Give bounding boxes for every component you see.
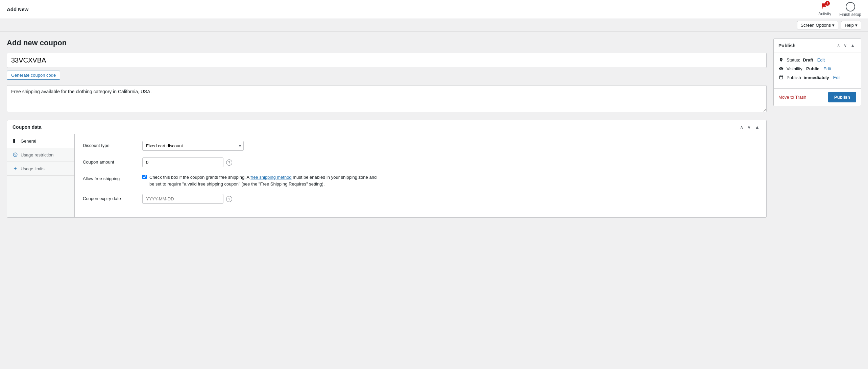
publish-timing-row: Publish immediately Edit (778, 75, 856, 80)
publish-box: Publish ∧ ∨ ▲ Status: Draft (773, 39, 861, 106)
coupon-data-header-controls: ∧ ∨ ▲ (739, 124, 761, 130)
discount-type-label: Discount type (83, 141, 137, 148)
tab-usage-limits-label: Usage limits (21, 166, 45, 171)
finish-setup-circle-icon (846, 2, 855, 11)
allow-free-shipping-text: Check this box if the coupon grants free… (149, 174, 379, 187)
coupon-expiry-help-icon[interactable]: ? (226, 196, 232, 202)
discount-type-select-wrapper: Percentage discount Fixed cart discount … (142, 141, 244, 151)
allow-free-shipping-row: Allow free shipping Check this box if th… (83, 174, 758, 187)
finish-setup-label: Finish setup (839, 12, 861, 17)
top-bar-right: 1 Activity Finish setup (818, 2, 861, 17)
publish-timing-label: Publish (787, 75, 801, 80)
publish-timing-edit-link[interactable]: Edit (833, 75, 841, 80)
publish-button[interactable]: Publish (828, 92, 856, 102)
svg-line-3 (14, 153, 17, 156)
content-area: Add new coupon Generate coupon code Free… (7, 39, 767, 218)
usage-limits-icon (13, 166, 18, 171)
publish-pin-btn[interactable]: ▲ (849, 42, 856, 49)
coupon-expiry-row: Coupon expiry date ? (83, 194, 758, 204)
status-pin-icon (778, 57, 784, 63)
activity-badge: 1 (825, 1, 830, 6)
coupon-amount-row: Coupon amount ? (83, 157, 758, 167)
status-edit-link[interactable]: Edit (817, 57, 825, 63)
generate-coupon-button[interactable]: Generate coupon code (7, 71, 60, 80)
publish-expand-btn[interactable]: ∨ (842, 42, 848, 49)
publish-timing-value: immediately (804, 75, 829, 80)
finish-setup-button[interactable]: Finish setup (839, 2, 861, 17)
coupon-expiry-control: ? (142, 194, 758, 204)
coupon-data-panel: Discount type Percentage discount Fixed … (75, 134, 766, 217)
discount-type-select[interactable]: Percentage discount Fixed cart discount … (142, 141, 244, 151)
coupon-expiry-input[interactable] (142, 194, 223, 204)
activity-label: Activity (818, 11, 831, 16)
visibility-eye-icon (778, 66, 784, 71)
free-shipping-method-link[interactable]: free shipping method (250, 175, 291, 180)
allow-free-shipping-label: Allow free shipping (83, 174, 137, 181)
coupon-code-input[interactable] (7, 53, 767, 68)
svg-rect-1 (13, 139, 15, 143)
generate-coupon-label: Generate coupon code (11, 73, 56, 78)
main-content: Add new coupon Generate coupon code Free… (0, 32, 868, 224)
allow-free-shipping-control: Check this box if the coupon grants free… (142, 174, 758, 187)
free-shipping-text-before: Check this box if the coupon grants free… (149, 175, 250, 180)
tag-icon (13, 138, 18, 144)
coupon-description-textarea[interactable]: Free shipping available for the clothing… (7, 85, 767, 112)
publish-title: Publish (778, 43, 796, 48)
add-new-title: Add New (7, 6, 28, 12)
coupon-amount-control: ? (142, 157, 758, 167)
page-title: Add new coupon (7, 39, 767, 47)
visibility-edit-link[interactable]: Edit (823, 66, 831, 71)
publish-visibility-row: Visibility: Public Edit (778, 66, 856, 71)
coupon-data-title: Coupon data (13, 124, 42, 130)
tab-usage-restriction-label: Usage restriction (21, 152, 54, 157)
coupon-expiry-label: Coupon expiry date (83, 194, 137, 201)
tab-general-label: General (21, 139, 36, 144)
allow-free-shipping-checkbox[interactable] (142, 175, 147, 179)
coupon-amount-label: Coupon amount (83, 157, 137, 165)
coupon-data-collapse-btn[interactable]: ∧ (739, 124, 745, 130)
coupon-data-pin-btn[interactable]: ▲ (753, 124, 761, 130)
calendar-icon (778, 75, 784, 80)
coupon-data-body: General Usage restriction (7, 134, 766, 217)
activity-icon-wrapper: 1 (821, 2, 828, 11)
tab-general[interactable]: General (7, 134, 74, 148)
allow-free-shipping-checkbox-row: Check this box if the coupon grants free… (142, 174, 379, 187)
publish-status-row: Status: Draft Edit (778, 57, 856, 63)
tab-usage-limits[interactable]: Usage limits (7, 162, 74, 176)
publish-collapse-btn[interactable]: ∧ (836, 42, 842, 49)
status-value: Draft (803, 57, 813, 63)
help-arrow: ▾ (855, 23, 858, 28)
discount-type-control: Percentage discount Fixed cart discount … (142, 141, 758, 151)
publish-header: Publish ∧ ∨ ▲ (774, 39, 861, 52)
help-button[interactable]: Help ▾ (841, 21, 861, 29)
help-label: Help (845, 23, 854, 28)
coupon-data-tabs: General Usage restriction (7, 134, 75, 217)
coupon-data-expand-btn[interactable]: ∨ (746, 124, 752, 130)
publish-header-controls: ∧ ∨ ▲ (836, 42, 856, 49)
visibility-label: Visibility: (787, 66, 803, 71)
coupon-amount-help-icon[interactable]: ? (226, 159, 232, 166)
tab-usage-restriction[interactable]: Usage restriction (7, 148, 74, 162)
activity-button[interactable]: 1 Activity (818, 2, 831, 16)
screen-options-button[interactable]: Screen Options ▾ (797, 21, 839, 29)
usage-restriction-icon (13, 152, 18, 157)
discount-type-row: Discount type Percentage discount Fixed … (83, 141, 758, 151)
coupon-amount-input[interactable] (142, 157, 223, 167)
visibility-value: Public (806, 66, 819, 71)
move-to-trash-link[interactable]: Move to Trash (778, 95, 806, 100)
coupon-data-box: Coupon data ∧ ∨ ▲ Genera (7, 120, 767, 218)
subbar: Screen Options ▾ Help ▾ (0, 19, 868, 32)
status-label: Status: (787, 57, 800, 63)
top-bar: Add New 1 Activity Finish setup (0, 0, 868, 19)
screen-options-arrow: ▾ (832, 23, 835, 28)
screen-options-label: Screen Options (801, 23, 831, 28)
publish-footer: Move to Trash Publish (774, 88, 861, 106)
publish-body: Status: Draft Edit Visibility: Public Ed… (774, 52, 861, 88)
sidebar: Publish ∧ ∨ ▲ Status: Draft (773, 39, 861, 106)
coupon-data-header: Coupon data ∧ ∨ ▲ (7, 120, 766, 134)
